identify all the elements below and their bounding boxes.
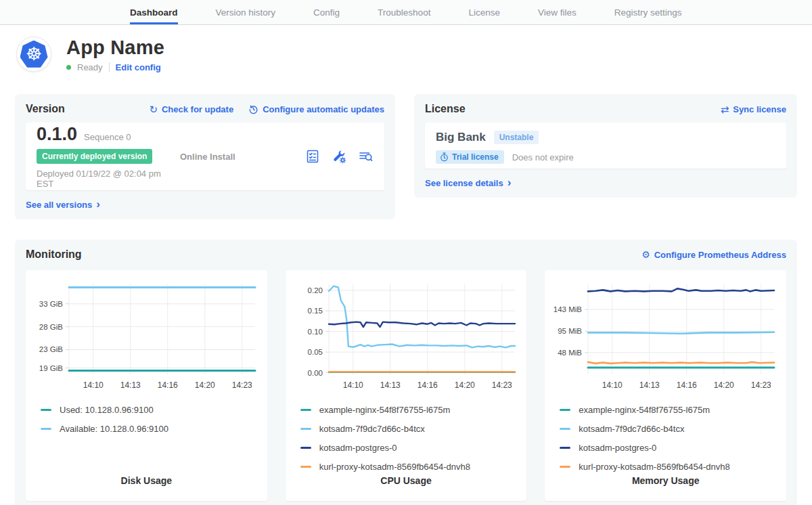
legend-item: example-nginx-54f8f76755-l675m — [560, 404, 778, 416]
svg-text:48 MiB: 48 MiB — [558, 349, 583, 357]
license-assignee: Big Bank — [436, 131, 486, 144]
svg-text:14:10: 14:10 — [83, 380, 104, 390]
chevron-right-icon: › — [508, 177, 512, 188]
legend-label: kurl-proxy-kotsadm-8569fb6454-dnvh8 — [319, 462, 470, 472]
tab-dashboard[interactable]: Dashboard — [130, 0, 178, 24]
disk-usage-chart-card: 19 GiB23 GiB28 GiB33 GiB14:1014:1314:161… — [26, 270, 267, 501]
disk-usage-chart: 19 GiB23 GiB28 GiB33 GiB14:1014:1314:161… — [34, 277, 258, 393]
stopwatch-icon — [440, 152, 449, 162]
license-card: License ⇄ Sync license Big Bank Unstable — [414, 94, 797, 198]
legend-item: kotsadm-7f9dc7d66c-b4tcx — [560, 423, 778, 435]
chevron-right-icon: › — [96, 198, 100, 210]
app-status: Ready — [77, 62, 103, 72]
check-for-update-button[interactable]: ↻ Check for update — [149, 104, 233, 114]
svg-text:19 GiB: 19 GiB — [39, 364, 63, 372]
monitoring-title: Monitoring — [26, 248, 82, 261]
config-wrench-gear-icon[interactable] — [332, 149, 346, 164]
deployed-timestamp: Deployed 01/19/22 @ 02:04 pm EST — [37, 169, 180, 189]
configure-automatic-updates-button[interactable]: Configure automatic updates — [248, 104, 384, 114]
license-card-title: License — [425, 103, 466, 115]
version-number: 0.1.0 — [37, 124, 77, 145]
version-card-title: Version — [26, 103, 65, 115]
divider — [109, 62, 110, 72]
tab-version-history[interactable]: Version history — [216, 0, 276, 24]
memory-usage-chart: 48 MiB95 MiB143 MiB14:1014:1314:1614:201… — [553, 277, 777, 393]
install-type-label: Online Install — [180, 152, 235, 162]
app-logo: ☸ — [16, 37, 51, 72]
chart-title: Disk Usage — [34, 475, 259, 486]
tab-troubleshoot[interactable]: Troubleshoot — [378, 0, 430, 24]
sync-license-button[interactable]: ⇄ Sync license — [721, 104, 786, 114]
see-all-versions-link[interactable]: See all versions › — [26, 200, 100, 210]
svg-text:14:23: 14:23 — [232, 380, 252, 390]
edit-config-link[interactable]: Edit config — [116, 62, 161, 72]
legend-item: kotsadm-postgres-0 — [300, 442, 519, 454]
cpu-usage-chart-card: 0.000.050.100.150.2014:1014:1314:1614:20… — [286, 270, 527, 501]
legend-dash-icon — [41, 409, 51, 411]
deployed-badge: Currently deployed version — [37, 149, 152, 164]
legend-item: kurl-proxy-kotsadm-8569fb6454-dnvh8 — [300, 461, 519, 473]
status-dot-icon — [66, 65, 71, 70]
svg-text:28 GiB: 28 GiB — [39, 323, 63, 331]
svg-text:14:13: 14:13 — [639, 380, 660, 390]
svg-text:14:10: 14:10 — [602, 380, 623, 390]
version-card: Version ↻ Check for update Configure aut… — [15, 94, 395, 219]
clock-arrow-icon — [248, 104, 258, 114]
svg-text:95 MiB: 95 MiB — [558, 327, 583, 335]
svg-text:23 GiB: 23 GiB — [39, 345, 63, 353]
legend-item: kurl-proxy-kotsadm-8569fb6454-dnvh8 — [560, 461, 778, 473]
dashboard-main: Version ↻ Check for update Configure aut… — [0, 94, 812, 505]
sync-arrows-icon: ⇄ — [721, 104, 729, 114]
charts-row: 19 GiB23 GiB28 GiB33 GiB14:1014:1314:161… — [26, 270, 786, 501]
tab-config[interactable]: Config — [313, 0, 340, 24]
version-sequence: Sequence 0 — [84, 132, 131, 142]
svg-text:14:20: 14:20 — [714, 380, 734, 390]
svg-text:33 GiB: 33 GiB — [39, 300, 63, 308]
configure-prometheus-button[interactable]: ⚙ Configure Prometheus Address — [641, 250, 786, 260]
legend-label: Used: 10.128.0.96:9100 — [60, 405, 154, 415]
legend-item: kotsadm-postgres-0 — [560, 442, 778, 454]
legend-item: Used: 10.128.0.96:9100 — [41, 404, 259, 416]
cpu-usage-chart: 0.000.050.100.150.2014:1014:1314:1614:20… — [294, 277, 518, 393]
tab-view-files[interactable]: View files — [538, 0, 577, 24]
channel-badge: Unstable — [494, 131, 539, 144]
page-title: App Name — [66, 37, 164, 59]
svg-text:0.00: 0.00 — [307, 369, 322, 377]
top-nav-tabs: DashboardVersion historyConfigTroublesho… — [0, 0, 812, 25]
chart-title: CPU Usage — [294, 475, 519, 486]
legend-dash-icon — [300, 466, 311, 468]
svg-text:14:16: 14:16 — [158, 380, 178, 390]
legend-dash-icon — [41, 428, 51, 430]
see-license-details-link[interactable]: See license details › — [425, 178, 511, 188]
svg-text:14:13: 14:13 — [380, 380, 400, 390]
svg-text:143 MiB: 143 MiB — [554, 305, 583, 313]
app-header: ☸ App Name Ready Edit config — [0, 25, 812, 74]
refresh-icon: ↻ — [149, 104, 158, 114]
view-diff-logs-icon[interactable] — [358, 149, 374, 164]
legend-dash-icon — [560, 428, 570, 430]
svg-text:0.15: 0.15 — [307, 307, 322, 315]
current-version-panel: 0.1.0 Sequence 0 Currently deployed vers… — [26, 123, 384, 190]
legend-label: kotsadm-postgres-0 — [579, 443, 656, 453]
legend-label: kotsadm-7f9dc7d66c-b4tcx — [319, 424, 425, 434]
preflight-checks-icon[interactable] — [305, 149, 320, 164]
legend-dash-icon — [300, 447, 311, 449]
tab-license[interactable]: License — [468, 0, 500, 24]
monitoring-card: Monitoring ⚙ Configure Prometheus Addres… — [15, 240, 797, 505]
chart-title: Memory Usage — [553, 475, 778, 486]
legend-dash-icon — [560, 447, 570, 449]
svg-text:14:13: 14:13 — [120, 380, 141, 390]
svg-text:14:23: 14:23 — [751, 380, 771, 390]
legend-label: example-nginx-54f8f76755-l675m — [579, 405, 710, 415]
svg-text:14:20: 14:20 — [454, 380, 474, 390]
tab-registry-settings[interactable]: Registry settings — [614, 0, 682, 24]
gear-icon: ⚙ — [641, 250, 650, 259]
legend-dash-icon — [300, 428, 311, 430]
license-panel: Big Bank Unstable Trial license — [425, 123, 786, 169]
legend-label: kurl-proxy-kotsadm-8569fb6454-dnvh8 — [579, 462, 729, 472]
svg-text:0.05: 0.05 — [307, 348, 322, 356]
license-expiry: Does not expire — [512, 152, 574, 162]
legend-item: kotsadm-7f9dc7d66c-b4tcx — [300, 423, 519, 435]
svg-text:14:16: 14:16 — [417, 380, 437, 390]
svg-text:0.20: 0.20 — [307, 286, 322, 294]
